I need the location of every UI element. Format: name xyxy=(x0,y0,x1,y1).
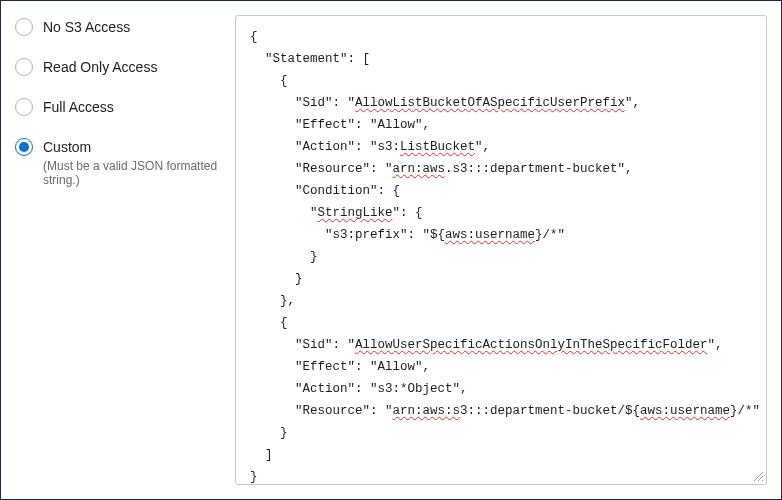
s3-access-policy-panel: No S3 Access Read Only Access Full Acces… xyxy=(0,0,782,500)
policy-json-column: { "Statement": [ { "Sid": "AllowListBuck… xyxy=(235,15,767,485)
radio-label: No S3 Access xyxy=(43,17,130,37)
policy-json-field: { "Statement": [ { "Sid": "AllowListBuck… xyxy=(235,15,767,485)
radio-icon xyxy=(15,98,33,116)
radio-option-full-access[interactable]: Full Access xyxy=(15,87,223,127)
radio-icon xyxy=(15,18,33,36)
radio-hint: (Must be a valid JSON formatted string.) xyxy=(43,159,223,187)
radio-label: Custom xyxy=(43,137,223,157)
radio-option-read-only-access[interactable]: Read Only Access xyxy=(15,47,223,87)
radio-option-custom[interactable]: Custom (Must be a valid JSON formatted s… xyxy=(15,127,223,197)
radio-icon xyxy=(15,58,33,76)
policy-json-textarea[interactable]: { "Statement": [ { "Sid": "AllowListBuck… xyxy=(236,16,766,484)
radio-icon-selected xyxy=(15,138,33,156)
radio-label: Read Only Access xyxy=(43,57,157,77)
radio-label: Full Access xyxy=(43,97,114,117)
radio-option-no-s3-access[interactable]: No S3 Access xyxy=(15,15,223,47)
access-level-radiogroup: No S3 Access Read Only Access Full Acces… xyxy=(15,15,235,485)
